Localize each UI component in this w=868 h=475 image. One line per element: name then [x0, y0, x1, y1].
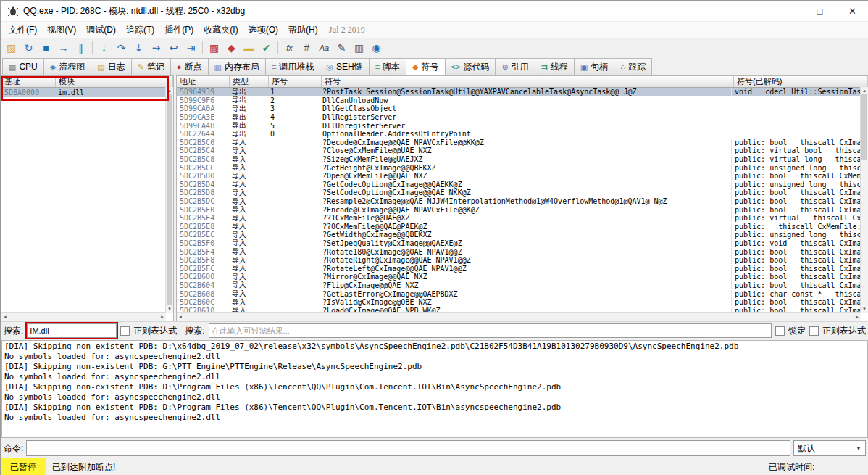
tab-cpu[interactable]: ▦CPU [2, 58, 44, 75]
symbol-row[interactable]: 5D99CA3E导出4DllRegisterServer [177, 113, 868, 122]
modules-header-base[interactable]: 基址 [1, 76, 56, 87]
menu-item-选项O[interactable]: 选项(O) [243, 22, 283, 38]
symbols-header-address[interactable]: 地址 [177, 76, 230, 87]
tab-graph[interactable]: ◈流程图 [44, 58, 91, 75]
symbols-header-ordinal[interactable]: 序号 [269, 76, 322, 87]
tab-breakpoints[interactable]: ●断点 [171, 58, 209, 75]
symbol-row[interactable]: 5DC2B5D4导入?GetCodecOption@CxImage@@QAEKK… [177, 181, 868, 189]
symbols-horizontal-scrollbar[interactable]: ◄ ► [177, 312, 861, 321]
tab-symbols[interactable]: ◆符号 [406, 58, 445, 75]
function-icon[interactable]: fx [281, 40, 298, 56]
patches-icon[interactable]: ▩ [206, 40, 222, 56]
symbol-row[interactable]: 5DC2B5D8导入?SetCodecOption@CxImage@@QAE_N… [177, 189, 868, 197]
tab-script[interactable]: ≡脚本 [370, 58, 406, 75]
command-input[interactable] [26, 440, 790, 456]
symbols-header-decorated[interactable]: 符号(已解码) [734, 76, 868, 87]
tab-references[interactable]: ⊕引用 [496, 58, 535, 75]
run-icon[interactable]: → [55, 40, 72, 56]
scroll-down-icon[interactable]: ▼ [861, 305, 868, 313]
symbol-row[interactable]: 5DC2B5C8导入?Size@CxMemFile@@UAEJXZpublic:… [177, 155, 868, 164]
symbol-row[interactable]: 5DC2B60C导入?IsValid@CxImage@@QBE_NXZpubli… [177, 298, 868, 307]
favourites-icon[interactable]: ✔ [258, 40, 275, 56]
module-row-im-dll[interactable]: 5D8A0000 im.dll [1, 88, 173, 97]
menu-item-帮助H[interactable]: 帮助(H) [283, 22, 323, 38]
symbol-row[interactable]: 5D984939导出1?PostTask_Session@SessionTask… [177, 88, 868, 96]
close-button[interactable]: ✕ [836, 1, 868, 21]
symbol-row[interactable]: 5DC2B5F8导入?RotateRight@CxImage@@QAE_NPAV… [177, 256, 868, 265]
menu-item-文件F[interactable]: 文件(F) [4, 22, 42, 38]
tab-trace[interactable]: ∴跟踪 [614, 58, 652, 75]
scroll-thumb[interactable] [167, 94, 172, 305]
symbols-header-symbol[interactable]: 符号 [322, 76, 734, 87]
symbol-row[interactable]: 5DC2B604导入?Flip@CxImage@@QAE_NXZpublic: … [177, 281, 868, 290]
tab-memory-map[interactable]: ▥内存布局 [209, 58, 266, 75]
breakpoints-icon[interactable]: ◆ [223, 40, 240, 56]
modules-vertical-scrollbar[interactable]: ▲ ▼ [165, 87, 173, 313]
tab-call-stack[interactable]: ≡调用堆栈 [266, 58, 320, 75]
symbol-row[interactable]: 5DC2B5DC导入?Resample2@CxImage@@QAE_NJJW4I… [177, 197, 868, 206]
stop-icon[interactable]: ■ [38, 40, 54, 56]
menu-item-追踪T[interactable]: 追踪(T) [121, 22, 159, 38]
menu-item-调试D[interactable]: 调试(D) [81, 22, 121, 38]
restart-icon[interactable]: ↻ [20, 40, 37, 56]
tab-threads[interactable]: ⇉线程 [535, 58, 575, 75]
scroll-right-icon[interactable]: ► [854, 313, 861, 321]
scroll-up-icon[interactable]: ▲ [861, 87, 868, 94]
symbol-row[interactable]: 5DC2B5E0导入?Encode@CxImage@@QAE_NPAVCxFil… [177, 205, 868, 214]
open-file-icon[interactable]: ▨ [3, 40, 20, 56]
log-view[interactable]: [DIA] Skipping non-existent PDB: D:\x64d… [1, 340, 868, 438]
symbol-row[interactable]: 5DC2B5D0导入?Open@CxMemFile@@QAE_NXZpublic… [177, 172, 868, 181]
symbol-row[interactable]: 5DC2B5CC导入?GetHeight@CxImage@@QBEKXZpubl… [177, 163, 868, 172]
tab-notes[interactable]: ✎笔记 [132, 58, 171, 75]
module-regex-checkbox[interactable] [120, 326, 130, 336]
symbol-row[interactable]: 5D99CA4B导出5DllUnregisterServer [177, 121, 868, 130]
scroll-down-icon[interactable]: ▼ [166, 305, 173, 313]
comment-icon[interactable]: ▬ [241, 40, 257, 56]
symbol-search-input[interactable] [209, 323, 772, 338]
assemble-icon[interactable]: Aa [316, 40, 333, 56]
menu-item-视图V[interactable]: 视图(V) [42, 22, 81, 38]
menu-item-收藏夹I[interactable]: 收藏夹(I) [199, 22, 243, 38]
symbols-header-type[interactable]: 类型 [230, 76, 269, 87]
minimize-button[interactable]: – [771, 1, 804, 21]
tab-log[interactable]: ▤日志 [91, 58, 131, 75]
memory-map-icon[interactable]: ▥ [351, 40, 367, 56]
symbol-row[interactable]: 5DC2B5F4导入?Rotate180@CxImage@@QAE_NPAV1@… [177, 247, 868, 256]
symbol-row[interactable]: 5D99C9F6导出2DllCanUnloadNow [177, 96, 868, 105]
scroll-left-icon[interactable]: ◄ [1, 313, 9, 321]
symbols-vertical-scrollbar[interactable]: ▲ ▼ [860, 87, 868, 313]
symbol-row[interactable]: 5DC2B600导入?Mirror@CxImage@@QAE_NXZpublic… [177, 273, 868, 281]
run-to-user-code-icon[interactable]: ⇥ [183, 40, 199, 56]
run-until-return-icon[interactable]: ↩ [165, 40, 182, 56]
symbol-row[interactable]: 5D99CA0A导出3DllGetClassObject [177, 104, 868, 113]
pause-icon[interactable]: ∥ [72, 40, 89, 56]
symbol-row[interactable]: 5DC2B5C0导入?Decode@CxImage@@QAE_NPAVCxFil… [177, 139, 868, 147]
symbol-row[interactable]: 5DC2B608导入?GetLastError@CxImage@@QAEPBDX… [177, 289, 868, 298]
symbol-row[interactable]: 5DC2B5C4导入?Close@CxMemFile@@UAE_NXZpubli… [177, 146, 868, 155]
scroll-left-icon[interactable]: ◄ [177, 313, 184, 321]
command-profile-dropdown[interactable]: 默认 ▼ [793, 440, 866, 456]
tab-seh-chain[interactable]: ◎SEH链 [320, 58, 369, 75]
trace-over-icon[interactable]: ⇝ [148, 40, 164, 56]
highlight-icon[interactable]: ✎ [333, 40, 350, 56]
symbol-regex-checkbox[interactable] [809, 326, 819, 336]
lock-checkbox[interactable] [775, 326, 785, 336]
module-search-input[interactable] [27, 323, 117, 338]
modules-header-module[interactable]: 模块 [56, 76, 173, 87]
tab-handles[interactable]: ▣句柄 [575, 58, 614, 75]
symbol-row[interactable]: 5DC2B5F0导入?SetJpegQuality@CxImage@@QAEXE… [177, 239, 868, 248]
symbol-row[interactable]: 5DC2B5FC导入?RotateLeft@CxImage@@QAE_NPAV1… [177, 264, 868, 273]
maximize-button[interactable]: □ [804, 1, 836, 21]
scroll-right-icon[interactable]: ► [159, 313, 166, 321]
scroll-thumb[interactable] [861, 94, 867, 160]
step-over-icon[interactable]: ↷ [113, 40, 130, 56]
symbol-row[interactable]: 5DC2B5EC导入?GetWidth@CxImage@@QBEKXZpubli… [177, 231, 868, 239]
trace-into-icon[interactable]: ⇣ [130, 40, 147, 56]
step-into-icon[interactable]: ↓ [96, 40, 112, 56]
modules-horizontal-scrollbar[interactable]: ◄ ► [1, 312, 166, 321]
hash-icon[interactable]: # [299, 40, 315, 56]
symbol-row[interactable]: 5DC2B5E4导入??1CxMemFile@@UAE@XZpublic: vi… [177, 214, 868, 223]
menu-item-插件P[interactable]: 插件(P) [159, 22, 199, 38]
symbol-row[interactable]: 5DC2B5E8导入??0CxMemFile@@QAE@PAEK@Zpublic… [177, 223, 868, 231]
symbol-row[interactable]: 5DC22644导出0OptionalHeader.AddressOfEntry… [177, 130, 868, 139]
